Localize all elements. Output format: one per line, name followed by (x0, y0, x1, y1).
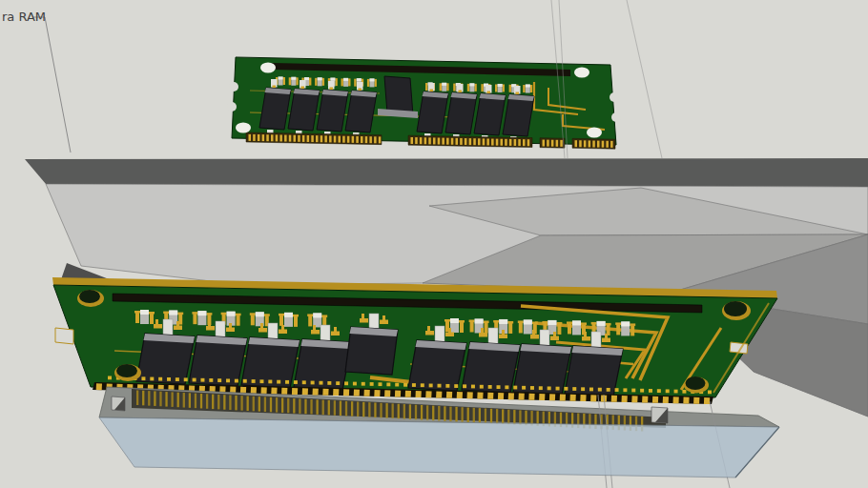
connector-tooth (478, 138, 481, 145)
capacitor-lead (425, 83, 427, 91)
connector-tooth (589, 140, 591, 147)
smd-pad (259, 379, 263, 383)
smd-pad (530, 386, 534, 390)
chip-clip-lead (301, 87, 305, 90)
connector-tooth (446, 138, 449, 145)
smd-pad (378, 382, 382, 386)
connector-stripe (446, 392, 452, 398)
chip-clip (163, 319, 173, 336)
smd-pad (209, 378, 213, 382)
bottom-ram-module[interactable] (52, 277, 777, 404)
connector-tooth (316, 135, 319, 142)
connector-stripe (281, 388, 287, 395)
connector-tooth (249, 134, 252, 141)
socket-pin (444, 406, 445, 421)
capacitor-top (284, 313, 293, 317)
connector-tooth (543, 140, 546, 147)
connector-stripe (333, 389, 339, 396)
smd-pad (200, 378, 204, 382)
socket-pin (240, 396, 242, 411)
connector-tooth (575, 140, 578, 147)
socket-pin (519, 410, 521, 425)
capacitor-top (304, 77, 309, 80)
smd-pad (522, 386, 526, 390)
chip-clip (268, 323, 278, 339)
socket-pin (206, 394, 208, 409)
mounting-hole (114, 364, 141, 381)
capacitor-lead (237, 315, 240, 326)
socket-pin (362, 402, 364, 417)
capacitor-top (621, 321, 630, 326)
smd-pad (657, 389, 661, 393)
smd-pad (438, 384, 442, 388)
socket-pin (340, 401, 341, 417)
capacitor-lead (446, 83, 448, 91)
connector-stripe (343, 389, 349, 396)
connector-stripe (457, 392, 463, 398)
capacitor-lead (453, 84, 455, 92)
edge-notch (55, 328, 73, 344)
socket-pin (438, 406, 440, 421)
connector-tooth (491, 139, 494, 146)
connector-stripe (395, 391, 401, 397)
socket-pin (189, 393, 191, 408)
connector-stripe (405, 391, 411, 397)
socket-key (651, 407, 668, 423)
socket-pin (200, 394, 202, 409)
socket-pin (345, 401, 347, 417)
socket-pin (473, 408, 475, 423)
chip-clip-lead (382, 315, 385, 321)
3d-viewport[interactable]: ra RAM (0, 0, 868, 488)
connector-stripe (560, 395, 566, 401)
connector-tooth (527, 139, 530, 146)
connector-stripe (693, 397, 699, 404)
socket-pin (171, 392, 173, 407)
connector-tooth (379, 136, 382, 143)
connector-tooth (579, 140, 582, 147)
capacitor-lead (508, 323, 512, 334)
connector-tooth (420, 137, 423, 144)
chip-clip-lead (229, 323, 232, 329)
chip-clip-lead (605, 334, 608, 339)
chip-clip-lead (176, 321, 179, 327)
capacitor-lead (568, 323, 571, 334)
capacitor-lead (530, 85, 532, 92)
smd-pad (572, 387, 576, 391)
socket-pin (368, 402, 370, 417)
socket-pin (310, 399, 312, 415)
connector-tooth (329, 135, 332, 142)
connector-stripe (354, 390, 360, 396)
smd-pad (158, 377, 162, 381)
socket-pin (467, 408, 469, 423)
connector-tooth (284, 135, 287, 142)
connector-tooth (307, 135, 310, 142)
socket-pin (322, 400, 324, 416)
capacitor-lead (279, 315, 283, 326)
connector-stripe (251, 387, 257, 394)
connector-tooth (514, 139, 517, 146)
smd-pad (167, 377, 171, 381)
socket-pin (217, 395, 219, 410)
connector-tooth (262, 134, 265, 141)
socket-pin (513, 410, 515, 425)
chip-clip-lead (430, 90, 434, 92)
capacitor-top (548, 320, 556, 325)
connector-tooth (324, 135, 327, 142)
capacitor-lead (309, 78, 311, 86)
connector-tooth (411, 137, 414, 144)
smd-pad (353, 382, 357, 386)
smd-pad (184, 377, 188, 381)
top-ram-module[interactable] (227, 57, 621, 149)
capacitor-lead (509, 85, 511, 92)
connector-tooth (365, 136, 368, 143)
smd-pad (615, 388, 619, 392)
edge-notch (227, 102, 237, 112)
connector-stripe (384, 390, 390, 396)
smd-pad (454, 384, 458, 388)
capacitor-top (499, 319, 507, 324)
capacitor-top (524, 319, 532, 324)
scene-canvas: ra RAM (0, 0, 868, 488)
socket-pin (316, 399, 318, 415)
chip-clip-lead (362, 314, 364, 319)
connector-tooth (424, 137, 427, 144)
